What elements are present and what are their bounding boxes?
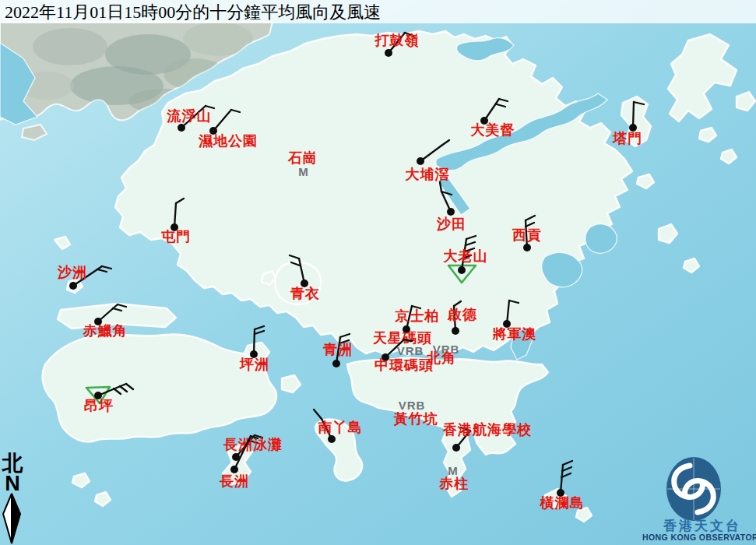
station-dot: [458, 266, 466, 274]
station-tag: VRB: [397, 344, 424, 357]
station-label: 大老山: [443, 248, 488, 264]
station-dot: [328, 435, 336, 443]
hong-kong-wind-map: 流浮山濕地公園打鼓嶺M石崗大美督塔門大埔滘屯門沙田西貢大老山沙洲青衣赤鱲角京士柏…: [0, 0, 756, 545]
station-label: 啟德: [447, 307, 477, 322]
station-label: 橫瀾島: [540, 495, 585, 511]
station-label: 大埔滘: [405, 167, 450, 182]
station-label: 南丫島: [318, 420, 363, 435]
hebe-haven: [585, 224, 617, 253]
station-label: 沙田: [436, 216, 466, 232]
station-dot: [332, 360, 340, 367]
station-dot: [385, 49, 392, 57]
station-label: 赤柱: [438, 476, 469, 491]
station-dot: [523, 244, 531, 251]
station-dot: [417, 157, 424, 165]
station-label: 石崗: [287, 150, 318, 166]
station-label: 中環碼頭: [374, 357, 434, 373]
station-dot: [452, 327, 459, 335]
station-label: 香港航海學校: [442, 422, 532, 438]
station-label: 長洲: [219, 473, 249, 489]
hko-name-chinese: 香港天文台: [663, 519, 741, 533]
map-title: 2022年11月01日15時00分的十分鐘平均風向及風速: [5, 1, 381, 24]
station-label: 打鼓嶺: [374, 33, 420, 48]
station-label: 青洲: [322, 342, 353, 357]
station-label: 濕地公園: [198, 133, 258, 149]
station-label: 黃竹坑: [394, 411, 438, 427]
station-label: 將軍澳: [492, 326, 537, 342]
station-label: 天星碼頭: [372, 330, 432, 346]
station-dot: [69, 282, 77, 290]
hko-name-english: HONG KONG OBSERVATORY: [642, 533, 756, 542]
station-label: 昂坪: [84, 398, 114, 413]
station-label: 青衣: [290, 286, 320, 301]
compass-north-letter: N: [5, 472, 20, 495]
station-label: 長洲泳灘: [223, 437, 283, 452]
wind-map-page: 流浮山濕地公園打鼓嶺M石崗大美督塔門大埔滘屯門沙田西貢大老山沙洲青衣赤鱲角京士柏…: [0, 0, 756, 545]
station-dot: [452, 444, 460, 452]
station-label: 京士柏: [395, 308, 440, 324]
station-dot: [447, 208, 455, 216]
station-label: 塔門: [612, 131, 642, 146]
station-label: 大美督: [470, 121, 515, 138]
station-label: 西貢: [512, 227, 542, 243]
station-label: 沙洲: [57, 265, 87, 280]
title-bar: 2022年11月01日15時00分的十分鐘平均風向及風速: [0, 0, 756, 23]
station-label: 赤鱲角: [83, 323, 128, 339]
station-label: 坪洲: [239, 357, 269, 372]
station-tag: M: [298, 165, 309, 178]
station-label: 流浮山: [167, 108, 212, 124]
station-tag: VRB: [399, 399, 426, 412]
station-dot: [230, 466, 238, 473]
station-dot: [178, 124, 185, 132]
station-label: 屯門: [161, 229, 191, 244]
